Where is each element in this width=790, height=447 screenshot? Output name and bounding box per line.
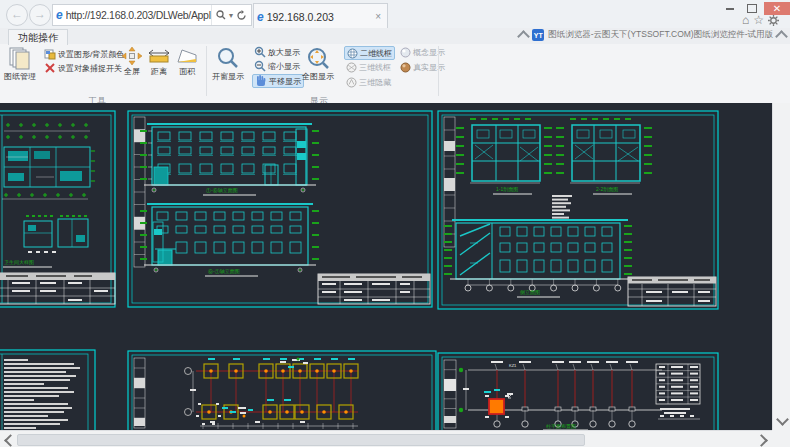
hidden-3d-icon — [346, 77, 357, 88]
trial-text: 图纸浏览器-云图天下(YTSSOFT.COM)图纸浏览控件-试用版 — [548, 29, 773, 41]
visual-style-3d-hidden[interactable]: 三维隐藏 — [344, 76, 393, 88]
zoom-in-button[interactable]: 放大显示 — [252, 46, 302, 58]
scroll-right-icon[interactable] — [755, 434, 768, 447]
zoom-extents-icon — [306, 46, 330, 70]
svg-text:⑥-①轴立面图: ⑥-①轴立面图 — [208, 268, 240, 275]
color-palette-icon — [44, 48, 56, 60]
tab-favicon: e — [257, 10, 264, 24]
cad-viewport[interactable]: 卫生间大样图①-⑥轴立面图⑥-①轴立面图1-1剖面图2-2剖面图侧立面图KZ1柱… — [0, 103, 772, 430]
set-color-button[interactable]: 设置图形/背景颜色 — [42, 48, 126, 60]
svg-text:2-2剖面图: 2-2剖面图 — [596, 186, 618, 193]
wireframe-2d-icon — [347, 48, 358, 59]
svg-text:1-1剖面图: 1-1剖面图 — [496, 186, 518, 193]
detail-plan-sheet: 卫生间大样图 — [0, 111, 115, 307]
browser-tab[interactable]: e 192.168.0.203 × — [253, 3, 388, 29]
address-dropdown-icon[interactable]: ▾ — [229, 11, 233, 20]
visual-style-2d-wireframe[interactable]: 二维线框 — [344, 46, 395, 60]
browser-window: ← → e http://192.168.0.203/DLWeb/Applica… — [0, 0, 790, 447]
ruler-icon — [148, 47, 170, 65]
scroll-down-icon[interactable] — [776, 413, 789, 426]
refresh-icon[interactable] — [236, 10, 247, 21]
fullscreen-button[interactable]: 全屏 — [122, 47, 142, 77]
distance-button[interactable]: 距离 — [148, 47, 170, 77]
pan-hand-icon — [255, 75, 267, 87]
address-bar[interactable]: e http://192.168.0.203/DLWeb/Application… — [52, 4, 252, 26]
search-icon[interactable] — [216, 10, 226, 20]
yt-logo: YT — [532, 29, 544, 41]
window-zoom-button[interactable]: 开窗显示 — [212, 46, 244, 82]
scroll-left-icon[interactable] — [4, 434, 17, 447]
tab-title: 192.168.0.203 — [267, 11, 369, 23]
svg-text:卫生间大样图: 卫生间大样图 — [4, 259, 34, 266]
scrollbar-corner — [772, 430, 790, 447]
svg-text:柱平面布置图: 柱平面布置图 — [546, 423, 576, 430]
ribbon: 功能操作 YT 图纸浏览器-云图天下(YTSSOFT.COM)图纸浏览控件-试用… — [0, 28, 790, 104]
wireframe-3d-icon — [346, 62, 357, 73]
svg-text:①-⑥轴立面图: ①-⑥轴立面图 — [206, 187, 238, 194]
realistic-sphere-icon — [400, 62, 411, 73]
conceptual-icon — [400, 47, 411, 58]
pan-button[interactable]: 平移显示 — [252, 74, 304, 88]
ribbon-tab-operations[interactable]: 功能操作 — [8, 29, 68, 45]
page-favicon: e — [56, 8, 63, 22]
notes-sheet — [0, 350, 95, 430]
zoom-out-icon — [254, 60, 266, 72]
horizontal-scroll-thumb[interactable] — [17, 434, 585, 446]
horizontal-scrollbar[interactable] — [0, 430, 772, 447]
column-plan-sheet: KZ1柱平面布置图 — [438, 353, 718, 430]
elevations-sheet: ①-⑥轴立面图⑥-①轴立面图 — [128, 111, 432, 307]
foundation-plan-sheet — [128, 351, 436, 430]
tab-close-icon[interactable]: × — [369, 11, 387, 22]
back-button[interactable]: ← — [6, 4, 28, 26]
url-text[interactable]: http://192.168.0.203/DLWeb/Application/Y… — [66, 9, 211, 21]
vertical-scrollbar[interactable] — [772, 103, 790, 430]
zoom-out-button[interactable]: 缩小显示 — [252, 60, 302, 72]
sections-sheet: 1-1剖面图2-2剖面图侧立面图 — [438, 111, 718, 309]
zoom-all-button[interactable]: 全图显示 — [302, 46, 334, 82]
visual-style-realistic[interactable]: 真实显示 — [398, 61, 447, 73]
forward-button[interactable]: → — [29, 4, 51, 26]
ribbon-pin-chevron-icon[interactable] — [775, 30, 788, 43]
drawing-manager-button[interactable]: 图纸管理 — [4, 46, 36, 82]
visual-style-3d-wireframe[interactable]: 三维线框 — [344, 61, 393, 73]
browser-titlebar: ← → e http://192.168.0.203/DLWeb/Applica… — [0, 0, 790, 28]
snap-x-icon — [44, 62, 56, 74]
home-icon[interactable]: ⌂ — [742, 13, 749, 27]
svg-text:侧立面图: 侧立面图 — [519, 289, 540, 296]
cad-canvas[interactable]: 卫生间大样图①-⑥轴立面图⑥-①轴立面图1-1剖面图2-2剖面图侧立面图KZ1柱… — [0, 103, 772, 430]
documents-stack-icon — [8, 46, 32, 70]
set-osnap-button[interactable]: 设置对象捕捉开关 — [42, 62, 124, 74]
visual-style-conceptual[interactable]: 概念显示 — [398, 46, 447, 58]
area-button[interactable]: 面积 — [176, 47, 198, 77]
minimize-button[interactable] — [720, 2, 740, 15]
svg-text:KZ1: KZ1 — [509, 363, 517, 368]
zoom-in-icon — [254, 46, 266, 58]
favorites-star-icon[interactable]: ☆ — [753, 13, 764, 27]
collapse-ribbon-icon[interactable] — [517, 30, 530, 43]
area-shape-icon — [176, 47, 198, 65]
four-arrows-icon — [122, 47, 142, 65]
magnifier-icon — [216, 46, 240, 70]
settings-gear-icon[interactable] — [768, 15, 779, 26]
